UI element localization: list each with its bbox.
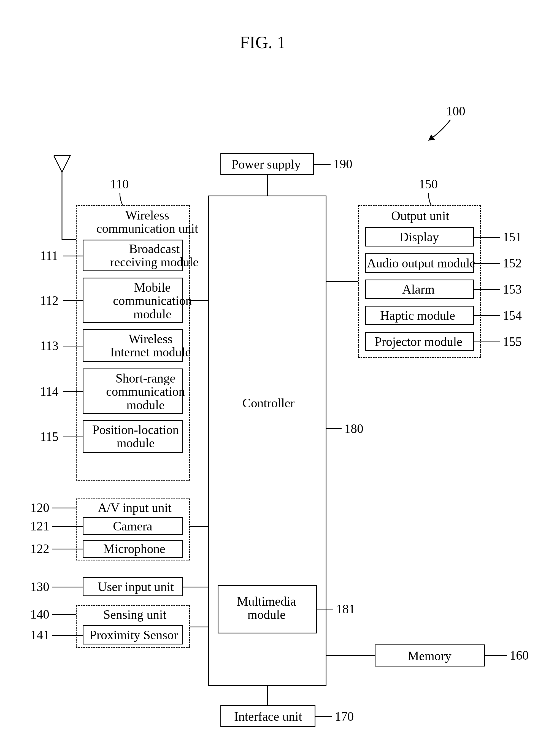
- av-input-unit-title: A/V input unit: [98, 501, 172, 515]
- controller-label: Controller: [242, 397, 294, 410]
- conn-153: [474, 289, 500, 290]
- ref-190: 190: [333, 158, 352, 171]
- broadcast-module-label: Broadcast receiving module: [110, 242, 199, 269]
- ref-154: 154: [503, 309, 522, 322]
- display-label: Display: [399, 231, 439, 244]
- conn-141: [52, 635, 82, 636]
- proximity-sensor-label: Proximity Sensor: [90, 629, 178, 642]
- conn-181: [317, 609, 333, 609]
- conn-sensing-controller: [190, 627, 208, 627]
- figure-title: FIG. 1: [240, 33, 286, 52]
- conn-111: [63, 255, 82, 256]
- conn-122: [52, 548, 82, 549]
- ref-141: 141: [30, 629, 49, 642]
- conn-155: [474, 342, 500, 342]
- ref-115: 115: [40, 430, 58, 444]
- camera-label: Camera: [113, 520, 152, 533]
- conn-151: [474, 237, 500, 238]
- ref-140: 140: [30, 608, 49, 621]
- conn-output-controller: [326, 281, 358, 282]
- conn-controller-interface: [267, 686, 268, 705]
- projector-module-label: Projector module: [375, 335, 462, 348]
- ref-152: 152: [503, 257, 522, 270]
- ref-160: 160: [510, 649, 529, 662]
- ref-180: 180: [344, 422, 364, 435]
- conn-112: [63, 300, 82, 301]
- ref-130: 130: [30, 580, 49, 593]
- conn-130: [52, 587, 82, 587]
- ref-111: 111: [40, 249, 58, 263]
- conn-152: [474, 263, 500, 264]
- memory-label: Memory: [408, 649, 451, 663]
- short-range-module-label: Short-range communication module: [106, 372, 185, 412]
- conn-power-190: [314, 164, 331, 165]
- conn-av-controller: [190, 526, 208, 527]
- wireless-internet-module-label: Wireless Internet module: [110, 333, 191, 359]
- ref-181: 181: [336, 602, 355, 616]
- ref-153: 153: [503, 283, 522, 296]
- ref-113: 113: [40, 339, 58, 353]
- ref-155: 155: [503, 335, 522, 348]
- conn-154: [474, 315, 500, 316]
- ref-114: 114: [40, 385, 58, 398]
- ref-121: 121: [30, 520, 49, 533]
- conn-114: [63, 391, 82, 392]
- user-input-unit-label: User input unit: [98, 580, 174, 593]
- conn-113: [63, 346, 82, 346]
- wireless-comm-unit-title: Wireless communication unit: [97, 209, 198, 235]
- mobile-comm-module-label: Mobile communication module: [113, 281, 192, 321]
- ref-122: 122: [30, 542, 49, 556]
- ref-150: 150: [419, 178, 438, 191]
- power-supply-label: Power supply: [231, 158, 301, 171]
- conn-wcu-controller: [190, 300, 208, 301]
- ref-112: 112: [40, 294, 58, 307]
- interface-unit-label: Interface unit: [234, 710, 302, 723]
- alarm-label: Alarm: [402, 283, 435, 296]
- conn-170: [316, 716, 332, 717]
- conn-120: [52, 508, 76, 508]
- ref-100: 100: [446, 105, 465, 118]
- sensing-unit-title: Sensing unit: [103, 608, 166, 621]
- position-location-module-label: Position-location module: [92, 423, 179, 450]
- multimedia-module-label: Multimedia module: [237, 595, 296, 622]
- microphone-label: Microphone: [103, 542, 165, 556]
- audio-output-label: Audio output module: [367, 257, 476, 270]
- conn-power-controller: [267, 175, 268, 195]
- conn-180: [326, 428, 342, 429]
- ref-151: 151: [503, 231, 522, 244]
- ref-120: 120: [30, 501, 49, 515]
- conn-140: [52, 614, 76, 615]
- haptic-module-label: Haptic module: [380, 309, 455, 322]
- output-unit-title: Output unit: [391, 209, 449, 223]
- conn-user-controller: [183, 587, 208, 587]
- ref-170: 170: [335, 710, 354, 723]
- conn-controller-memory: [326, 655, 375, 656]
- ref-110: 110: [110, 178, 129, 191]
- conn-121: [52, 526, 82, 527]
- conn-115: [63, 437, 82, 438]
- conn-160: [485, 655, 507, 656]
